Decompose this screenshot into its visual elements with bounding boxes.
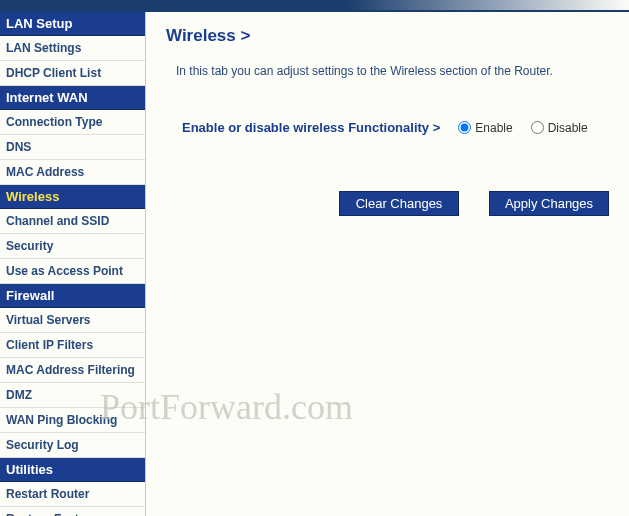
sidebar-section-firewall[interactable]: Firewall [0, 284, 145, 308]
sidebar-item-security-log[interactable]: Security Log [0, 433, 145, 458]
sidebar-section-utilities[interactable]: Utilities [0, 458, 145, 482]
wireless-enable-row: Enable or disable wireless Functionality… [166, 120, 609, 135]
sidebar-item-security[interactable]: Security [0, 234, 145, 259]
wireless-enable-option[interactable]: Enable [458, 121, 512, 135]
sidebar-section-internet-wan[interactable]: Internet WAN [0, 86, 145, 110]
sidebar-section-lan-setup[interactable]: LAN Setup [0, 12, 145, 36]
sidebar-section-wireless[interactable]: Wireless [0, 185, 145, 209]
wireless-enable-label: Enable or disable wireless Functionality… [182, 120, 440, 135]
wireless-disable-radio[interactable] [531, 121, 544, 134]
wireless-enable-radio[interactable] [458, 121, 471, 134]
wireless-enable-text: Enable [475, 121, 512, 135]
sidebar-item-mac-address-filtering[interactable]: MAC Address Filtering [0, 358, 145, 383]
sidebar-item-lan-settings[interactable]: LAN Settings [0, 36, 145, 61]
page-description: In this tab you can adjust settings to t… [166, 64, 609, 78]
sidebar-item-dmz[interactable]: DMZ [0, 383, 145, 408]
sidebar-item-connection-type[interactable]: Connection Type [0, 110, 145, 135]
sidebar-item-virtual-servers[interactable]: Virtual Servers [0, 308, 145, 333]
sidebar: LAN Setup LAN Settings DHCP Client List … [0, 12, 146, 516]
sidebar-item-use-as-access-point[interactable]: Use as Access Point [0, 259, 145, 284]
wireless-radio-group: Enable Disable [458, 121, 587, 135]
sidebar-item-wan-ping-blocking[interactable]: WAN Ping Blocking [0, 408, 145, 433]
top-stripe [0, 0, 629, 12]
sidebar-section-wireless-label: Wireless [6, 189, 59, 204]
breadcrumb: Wireless > [166, 26, 609, 46]
sidebar-item-mac-address[interactable]: MAC Address [0, 160, 145, 185]
wireless-disable-text: Disable [548, 121, 588, 135]
sidebar-item-restore-factory-default[interactable]: Restore Factory Default [0, 507, 145, 516]
button-row: Clear Changes Apply Changes [166, 191, 609, 216]
apply-changes-button[interactable]: Apply Changes [489, 191, 609, 216]
sidebar-item-channel-ssid[interactable]: Channel and SSID [0, 209, 145, 234]
clear-changes-button[interactable]: Clear Changes [339, 191, 459, 216]
sidebar-item-dhcp-client-list[interactable]: DHCP Client List [0, 61, 145, 86]
main-content: Wireless > In this tab you can adjust se… [146, 12, 629, 516]
sidebar-item-dns[interactable]: DNS [0, 135, 145, 160]
wireless-disable-option[interactable]: Disable [531, 121, 588, 135]
sidebar-item-restart-router[interactable]: Restart Router [0, 482, 145, 507]
sidebar-item-client-ip-filters[interactable]: Client IP Filters [0, 333, 145, 358]
